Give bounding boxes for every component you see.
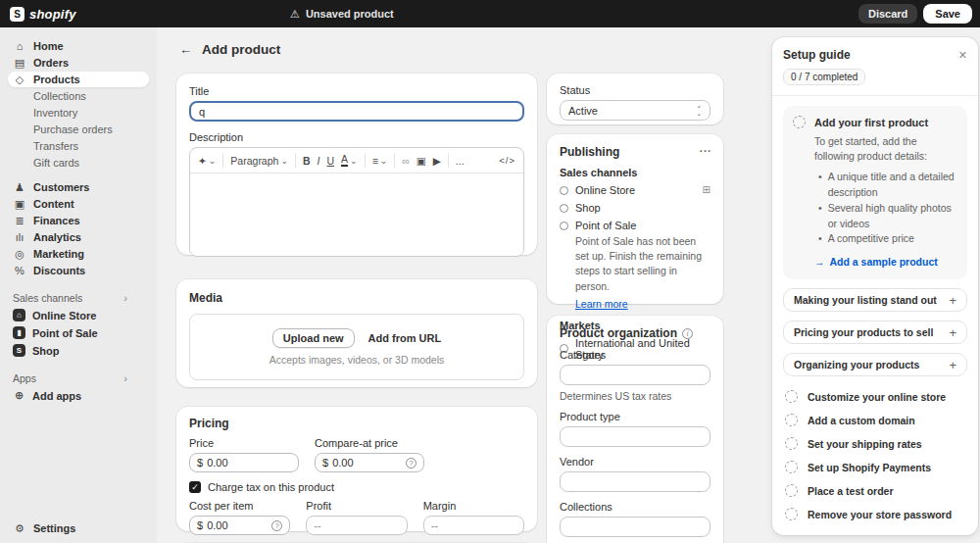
price-row: Price $ 0.00 Compare-at price $ 0.00 ?	[189, 437, 524, 472]
setup-checklist: Customize your online store Add a custom…	[783, 390, 967, 520]
help-question-icon[interactable]: ?	[406, 458, 416, 469]
upload-new-button[interactable]: Upload new	[272, 328, 355, 348]
media-dropzone[interactable]: Upload new Add from URL Accepts images, …	[189, 314, 524, 380]
bullet-icon: •	[818, 231, 822, 247]
sidebar-item-orders[interactable]: ▤ Orders	[8, 55, 149, 71]
sidebar-item-add-apps[interactable]: ⊕ Add apps	[8, 387, 149, 404]
text-color-button[interactable]: A ⌄	[341, 154, 358, 167]
add-from-url-button[interactable]: Add from URL	[368, 332, 442, 344]
sidebar-item-finances[interactable]: ≣ Finances	[8, 213, 149, 228]
charge-tax-checkbox[interactable]: ✓	[189, 481, 201, 493]
margin-input[interactable]: --	[423, 516, 524, 535]
setup-guide-header: Setup guide ✕	[783, 48, 967, 62]
back-arrow-icon[interactable]: ←	[179, 42, 192, 57]
incomplete-step-icon	[785, 461, 798, 473]
show-html-button[interactable]: </>	[499, 155, 515, 166]
plus-icon: +	[949, 358, 956, 372]
insert-video-button[interactable]: ▶	[433, 155, 441, 167]
compare-at-price-input[interactable]: $ 0.00 ?	[315, 453, 424, 472]
sidebar-item-gift-cards[interactable]: Gift cards	[8, 155, 149, 171]
margin-label: Margin	[423, 500, 524, 512]
checklist-item-custom-domain[interactable]: Add a custom domain	[783, 414, 967, 426]
sidebar-item-shop[interactable]: S Shop	[8, 342, 149, 359]
checklist-item-shopify-payments[interactable]: Set up Shopify Payments	[783, 461, 967, 473]
media-heading: Media	[189, 291, 524, 305]
setup-accordion-pricing[interactable]: Pricing your products to sell +	[783, 321, 967, 344]
sidebar-item-discounts[interactable]: % Discounts	[8, 263, 149, 278]
description-editor[interactable]: ✦ ⌄ Paragraph ⌄ B I U	[189, 147, 524, 257]
apps-header-label: Apps	[13, 372, 36, 384]
learn-more-link[interactable]: Learn more	[575, 298, 628, 310]
more-options-button[interactable]: ...	[456, 155, 465, 167]
step-bullet-item: • Several high quality photos or videos	[818, 201, 957, 232]
insert-link-button[interactable]: ∞	[402, 155, 410, 167]
sidebar-item-content[interactable]: ▣ Content	[8, 196, 149, 212]
setup-step-add-first-product[interactable]: Add your first product To get started, a…	[783, 106, 967, 279]
sidebar-item-label: Customers	[33, 181, 89, 193]
setup-accordion-listing[interactable]: Making your listing stand out +	[783, 288, 967, 312]
incomplete-step-icon	[785, 484, 798, 497]
apps-section-header[interactable]: Apps ›	[13, 372, 127, 384]
collections-input[interactable]	[560, 517, 710, 537]
product-type-input[interactable]	[560, 426, 710, 447]
warning-icon: ⚠	[290, 8, 300, 21]
product-details-card: Title Description ✦ ⌄ Paragraph	[176, 74, 537, 255]
alignment-button[interactable]: ≡ ⌄	[372, 155, 388, 167]
insert-image-button[interactable]: ▣	[416, 155, 426, 167]
close-icon[interactable]: ✕	[958, 49, 967, 62]
sales-channels-section-header[interactable]: Sales channels ›	[13, 292, 127, 304]
bullet-text: A competitive price	[828, 231, 914, 247]
sidebar-item-home[interactable]: ⌂ Home	[8, 38, 149, 54]
checklist-item-customize-store[interactable]: Customize your online store	[783, 390, 967, 403]
category-input[interactable]	[560, 365, 710, 385]
vendor-input[interactable]	[560, 471, 710, 492]
description-textarea[interactable]	[190, 173, 523, 257]
sidebar-item-point-of-sale[interactable]: ▮ Point of Sale	[8, 324, 149, 341]
sidebar-item-inventory[interactable]: Inventory	[8, 105, 149, 121]
price-input[interactable]: $ 0.00	[189, 453, 299, 472]
cost-per-item-input[interactable]: $ 0.00 ?	[189, 516, 290, 535]
italic-button[interactable]: I	[318, 155, 320, 167]
checklist-item-test-order[interactable]: Place a test order	[783, 484, 967, 497]
ai-magic-button[interactable]: ✦ ⌄	[198, 155, 216, 167]
checklist-item-remove-password[interactable]: Remove your store password	[783, 508, 967, 520]
title-input[interactable]	[189, 101, 524, 122]
sidebar-item-analytics[interactable]: ılı Analytics	[8, 229, 149, 245]
setup-accordion-organizing[interactable]: Organizing your products +	[783, 353, 967, 376]
paragraph-style-dropdown[interactable]: Paragraph ⌄	[230, 155, 288, 167]
collections-field-group: Collections	[560, 501, 710, 537]
sidebar-item-purchase-orders[interactable]: Purchase orders	[8, 122, 149, 137]
main-content: ← Add product Title Description ✦ ⌄	[157, 27, 980, 543]
status-card: Status Active ⌃ ⌄	[547, 74, 723, 124]
editor-toolbar: ✦ ⌄ Paragraph ⌄ B I U	[190, 148, 523, 173]
checklist-item-shipping-rates[interactable]: Set your shipping rates	[783, 437, 967, 450]
plus-icon: +	[949, 293, 956, 308]
profit-value: --	[314, 519, 320, 531]
publishing-channel-row: Shop	[560, 202, 710, 214]
help-question-icon[interactable]: ?	[271, 520, 282, 531]
save-button[interactable]: Save	[923, 4, 972, 24]
publishing-menu-button[interactable]: ...	[700, 142, 711, 154]
incomplete-step-icon[interactable]	[793, 116, 806, 128]
sidebar-item-settings[interactable]: ⚙ Settings	[8, 519, 149, 537]
schedule-calendar-icon[interactable]: ⊞	[703, 184, 710, 195]
sidebar-item-transfers[interactable]: Transfers	[8, 138, 149, 154]
sidebar-item-customers[interactable]: ♟ Customers	[8, 179, 149, 195]
discard-button[interactable]: Discard	[858, 4, 917, 24]
status-select[interactable]: Active ⌃ ⌄	[560, 100, 710, 121]
underline-button[interactable]: U	[326, 155, 334, 167]
profit-input[interactable]: --	[306, 516, 407, 535]
collections-label: Collections	[560, 501, 710, 513]
checklist-label: Remove your store password	[808, 509, 952, 520]
chevron-down-icon: ⌄	[350, 156, 358, 166]
shopify-logo[interactable]: S shopify	[10, 7, 76, 22]
bold-button[interactable]: B	[303, 155, 311, 167]
analytics-bars-icon: ılı	[13, 231, 26, 243]
sidebar-item-collections[interactable]: Collections	[8, 88, 149, 104]
product-type-field-group: Product type	[560, 411, 710, 447]
step-intro-text: To get started, add the following produc…	[814, 134, 957, 163]
sidebar-item-products[interactable]: ◇ Products	[8, 72, 149, 87]
sidebar-item-online-store[interactable]: ⌂ Online Store	[8, 307, 149, 323]
sidebar-item-marketing[interactable]: ◎ Marketing	[8, 246, 149, 262]
add-sample-product-link[interactable]: → Add a sample product	[814, 256, 957, 268]
